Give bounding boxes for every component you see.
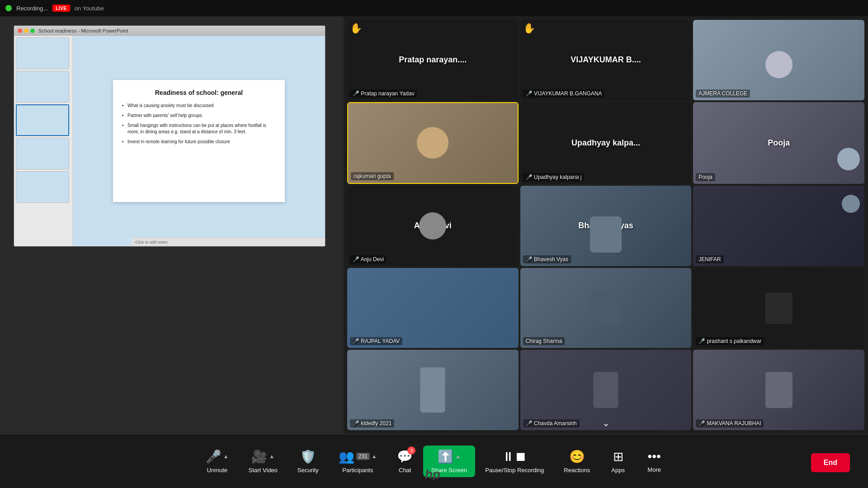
slide-thumb-1[interactable] [16, 38, 69, 69]
apps-icon: ⊞ [613, 449, 623, 464]
participant-video-rajkumari [348, 103, 518, 183]
participants-icon: 👥 [339, 449, 354, 464]
reactions-button[interactable]: 😊 Reactions [554, 446, 600, 477]
participants-label: Participants [342, 467, 373, 474]
participants-arrow-icon[interactable]: ▲ [372, 453, 377, 460]
slide-thumb-4[interactable] [16, 138, 69, 169]
security-button[interactable]: 🛡️ Security [288, 446, 329, 477]
share-screen-split: ⬆️ ▲ [438, 449, 461, 464]
slide-thumb-2[interactable] [16, 71, 69, 103]
slide-bullet-2: Partner with parents' self help groups [122, 113, 276, 119]
chat-label: Chat [399, 467, 411, 474]
recording-controls-icon: ⏸⏹ [502, 449, 527, 464]
video-muted-icon: 🎥 [251, 449, 267, 464]
svg-text:hp: hp [425, 467, 440, 480]
ppt-max-btn[interactable] [30, 28, 35, 33]
scroll-indicator[interactable]: ⌄ [344, 416, 868, 430]
more-button[interactable]: ••• More [636, 446, 672, 477]
hp-logo: hp [425, 467, 443, 483]
more-icon: ••• [647, 449, 660, 464]
slide-thumb-3[interactable] [16, 104, 69, 136]
participant-label-ajmera: AJMERA COLLEGE [696, 89, 750, 98]
raise-hand-icon-vijaykumar: ✋ [523, 23, 535, 34]
top-bar: Recording... LIVE on Youtube [0, 0, 868, 16]
apps-label: Apps [611, 467, 625, 474]
slide-thumb-5[interactable] [16, 171, 69, 203]
participant-tile-prashant: 🎤 prashant s palkandwar [693, 268, 864, 348]
video-arrow-icon[interactable]: ▲ [269, 453, 274, 460]
apps-button[interactable]: ⊞ Apps [600, 446, 636, 477]
end-button[interactable]: End [811, 453, 850, 472]
participants-count: 231 [356, 453, 370, 460]
participant-tile-upadhyay: Upadhyay kalpa... 🎤 Upadhyay kalpana j [520, 102, 692, 184]
participant-video-prashant [693, 268, 864, 348]
pause-stop-label: Pause/Stop Recording [485, 467, 544, 474]
pause-stop-recording-button[interactable]: ⏸⏹ Pause/Stop Recording [475, 446, 554, 477]
ppt-body: Readiness of school: general What is cau… [14, 36, 325, 246]
ppt-title: School readiness - Microsoft PowerPoint [38, 28, 128, 33]
participant-video-rajpal [347, 268, 519, 348]
ppt-notes[interactable]: Click to add notes [132, 237, 325, 246]
chat-button[interactable]: 💬 3 Chat [387, 446, 423, 477]
presentation-area: School readiness - Microsoft PowerPoint … [0, 16, 344, 434]
participant-video-chirag [520, 268, 692, 348]
security-icon: 🛡️ [300, 449, 316, 464]
slide-content: Readiness of school: general What is cau… [113, 80, 285, 202]
participant-label-bhavesh: 🎤 Bhavesh Vyas [523, 255, 571, 263]
main-content: School readiness - Microsoft PowerPoint … [0, 16, 868, 434]
unmute-arrow-icon[interactable]: ▲ [223, 453, 229, 460]
participant-tile-vijaykumar: ✋ VIJAYKUMAR B.... 🎤 VIJAYKUMAR B.GANGAN… [520, 20, 692, 100]
live-badge: LIVE [52, 5, 70, 12]
share-screen-icon: ⬆️ [438, 449, 453, 464]
participant-video-bhavesh: Bhavesh Vyas [520, 186, 692, 266]
status-dot [5, 5, 12, 11]
participants-split: 👥 231 ▲ [339, 449, 377, 464]
reactions-label: Reactions [564, 467, 590, 474]
participant-video-upadhyay: Upadhyay kalpa... [520, 102, 692, 184]
more-label: More [647, 466, 661, 473]
participant-video-vijaykumar: ✋ VIJAYKUMAR B.... [520, 20, 692, 100]
participant-label-upadhyay: 🎤 Upadhyay kalpana j [523, 173, 585, 181]
chevron-down-icon[interactable]: ⌄ [602, 418, 610, 428]
participant-tile-chirag: Chirag Sharma [520, 268, 692, 348]
participant-label-anju: 🎤 Anju Devi [350, 255, 387, 263]
participant-video-pratap: ✋ Pratap narayan.... [347, 20, 519, 100]
raise-hand-icon-pratap: ✋ [350, 23, 362, 34]
ppt-titlebar: School readiness - Microsoft PowerPoint [14, 26, 325, 36]
slide-bullet-3: Small hangings with instructions can be … [122, 122, 276, 135]
participant-video-anju: Anju Devi [347, 186, 519, 266]
participant-video-ajmera [693, 20, 864, 100]
participant-tile-ajmera: AJMERA COLLEGE [693, 20, 864, 100]
video-split: 🎥 ▲ [251, 449, 274, 464]
participant-tile-bhavesh: Bhavesh Vyas 🎤 Bhavesh Vyas [520, 186, 692, 266]
ppt-window-controls [18, 28, 35, 33]
slide-title: Readiness of school: general [122, 89, 276, 96]
unmute-label: Unmute [207, 467, 228, 474]
ppt-min-btn[interactable] [24, 28, 28, 33]
participant-video-pooja: Pooja [693, 102, 864, 184]
participant-label-jenifar: JENIFAR [696, 255, 723, 263]
participant-label-prashant: 🎤 prashant s palkandwar [696, 337, 764, 345]
participant-tile-pratap: ✋ Pratap narayan.... 🎤 Pratap narayan Ya… [347, 20, 519, 100]
ppt-main: Readiness of school: general What is cau… [73, 36, 325, 246]
start-video-button[interactable]: 🎥 ▲ Start Video [239, 446, 288, 477]
ppt-sidebar [14, 36, 73, 246]
share-screen-arrow-icon[interactable]: ▲ [455, 453, 461, 460]
ppt-close-btn[interactable] [18, 28, 22, 33]
participants-button[interactable]: 👥 231 ▲ Participants [329, 446, 387, 477]
unmute-split: 🎤 ▲ [206, 449, 229, 464]
participant-display-pooja: Pooja [763, 134, 794, 152]
participant-label-pratap: 🎤 Pratap narayan Yadav [350, 89, 417, 98]
participant-tile-rajpal: 🎤 RAJPAL YADAV [347, 268, 519, 348]
chat-icon: 💬 3 [397, 449, 413, 464]
participants-grid: ✋ Pratap narayan.... 🎤 Pratap narayan Ya… [344, 16, 868, 434]
chat-badge: 3 [407, 446, 415, 455]
slide-bullet-1: What is causing anxiety must be discusse… [122, 103, 276, 109]
participant-tile-rajkumari: rajkumari gupta [347, 102, 519, 184]
participant-video-jenifar [693, 186, 864, 266]
unmute-button[interactable]: 🎤 ▲ Unmute [196, 446, 239, 477]
microphone-muted-icon: 🎤 [206, 449, 222, 464]
platform-label: on Youtube [75, 5, 104, 12]
participant-tile-pooja: Pooja Pooja [693, 102, 864, 184]
participant-display-upadhyay: Upadhyay kalpa... [567, 134, 645, 152]
